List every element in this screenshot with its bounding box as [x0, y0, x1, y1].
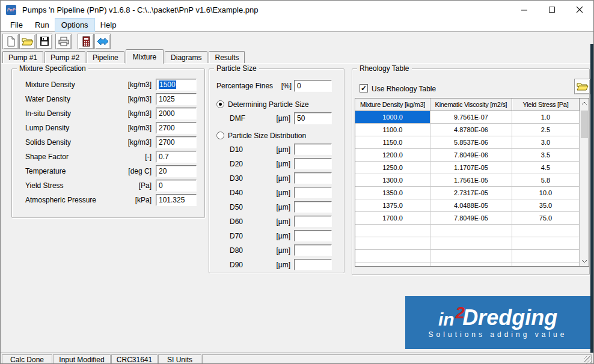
table-cell[interactable]: 1700.0 [355, 212, 430, 225]
use-rheology-table-checkbox[interactable]: ✓ [360, 84, 368, 93]
table-cell[interactable]: 3.0 [512, 136, 580, 149]
d30-input[interactable] [294, 172, 332, 184]
shape-factor-input[interactable]: 0.7 [156, 151, 197, 163]
percentage-fines-input[interactable]: 0 [294, 80, 332, 92]
logo-tagline: Solutions adding value [429, 330, 568, 339]
table-cell[interactable]: 7.8049E-06 [430, 149, 512, 162]
table-cell[interactable]: 4.0488E-05 [430, 199, 512, 212]
tab-diagrams[interactable]: Diagrams [165, 51, 207, 63]
tab-pump1[interactable]: Pump #1 [2, 51, 43, 63]
column-header[interactable]: Yield Stress [Pa] [512, 99, 580, 111]
d80-input[interactable] [294, 244, 332, 256]
d70-input[interactable] [294, 230, 332, 241]
new-file-button[interactable] [2, 34, 19, 49]
table-cell[interactable]: 1300.0 [355, 174, 430, 187]
d50-input[interactable] [294, 201, 332, 213]
column-header[interactable]: Kinematic Viscosity [m2/s] [430, 99, 512, 111]
menu-help[interactable]: Help [94, 19, 123, 31]
table-cell[interactable] [430, 237, 512, 250]
table-cell[interactable]: 3.5 [512, 149, 580, 162]
mixture-density-input[interactable]: 1500 [156, 79, 197, 91]
table-cell[interactable] [512, 250, 580, 262]
rheology-table-group: Rheology Table ✓ Use Rheology Table Mixt… [352, 68, 590, 275]
table-cell[interactable]: 5.8537E-06 [430, 136, 512, 149]
table-cell[interactable] [512, 237, 580, 250]
status-units: SI Units [158, 354, 201, 364]
d90-input[interactable] [294, 259, 332, 270]
menu-file[interactable]: File [4, 19, 29, 31]
print-button[interactable] [55, 34, 72, 49]
column-header[interactable]: Mixture Density [kg/m3] [355, 99, 430, 111]
yield-stress-input[interactable]: 0 [156, 180, 197, 192]
d40-input[interactable] [294, 187, 332, 198]
table-cell[interactable]: 5.8 [512, 174, 580, 187]
particle-size-distribution-radio[interactable] [216, 132, 224, 139]
close-button[interactable] [566, 1, 593, 19]
d20-input[interactable] [294, 158, 332, 169]
calculator-button[interactable] [78, 34, 94, 49]
table-cell[interactable] [430, 250, 512, 262]
table-cell[interactable]: 2.5 [512, 124, 580, 136]
table-cell[interactable]: 1.0 [512, 111, 580, 124]
table-cell[interactable]: 1.7561E-05 [430, 174, 512, 187]
table-cell[interactable] [512, 262, 580, 267]
maximize-button[interactable] [538, 1, 566, 19]
lump-density-input[interactable]: 2700 [156, 122, 197, 134]
tab-pipeline[interactable]: Pipeline [87, 51, 124, 63]
table-cell[interactable]: 1150.0 [355, 136, 430, 149]
table-cell[interactable]: 1200.0 [355, 149, 430, 162]
determining-particle-size-radio[interactable] [216, 100, 224, 108]
menu-run[interactable]: Run [29, 19, 55, 31]
table-row: 1300.0 1.7561E-05 5.8 [355, 174, 580, 187]
table-cell[interactable]: 9.7561E-07 [430, 111, 512, 124]
table-cell[interactable] [355, 237, 430, 250]
solids-density-input[interactable]: 2700 [156, 136, 197, 148]
scroll-up-button[interactable] [580, 99, 589, 108]
field-label: D20 [230, 160, 243, 169]
transfer-button[interactable] [94, 34, 111, 49]
table-cell[interactable] [430, 262, 512, 267]
open-file-button[interactable] [19, 34, 35, 49]
table-cell[interactable]: 1350.0 [355, 187, 430, 199]
minimize-icon [521, 6, 528, 13]
table-cell[interactable]: 2.7317E-05 [430, 187, 512, 199]
table-cell[interactable]: 1375.0 [355, 199, 430, 212]
d10-input[interactable] [294, 144, 332, 155]
table-scrollbar[interactable] [580, 99, 589, 266]
table-cell[interactable]: 35.0 [512, 199, 580, 212]
table-cell[interactable]: 1250.0 [355, 162, 430, 174]
table-cell[interactable]: 4.8780E-06 [430, 124, 512, 136]
load-rheology-table-button[interactable] [574, 79, 590, 94]
table-cell[interactable]: 7.8049E-05 [430, 212, 512, 225]
scrollbar-thumb[interactable] [581, 111, 588, 138]
app-icon: PnP [6, 5, 16, 15]
table-cell[interactable]: 4.5 [512, 162, 580, 174]
menu-options[interactable]: Options [55, 19, 94, 31]
table-cell[interactable]: 10.0 [512, 187, 580, 199]
tab-mixture[interactable]: Mixture [126, 49, 164, 64]
table-cell-selected[interactable]: 1000.0 [355, 111, 430, 124]
atmospheric-pressure-input[interactable]: 101.325 [156, 194, 197, 206]
table-cell[interactable] [512, 225, 580, 237]
table-cell[interactable]: 1.1707E-05 [430, 162, 512, 174]
field-unit: [µm] [259, 217, 290, 226]
in-situ-density-input[interactable]: 2000 [156, 108, 197, 120]
table-row: 1200.0 7.8049E-06 3.5 [355, 149, 580, 162]
dmf-input[interactable]: 50 [294, 112, 332, 124]
tab-pump2[interactable]: Pump #2 [44, 51, 85, 63]
field-unit: [%] [265, 82, 292, 91]
table-cell[interactable] [430, 225, 512, 237]
tab-results[interactable]: Results [209, 51, 245, 63]
d60-input[interactable] [294, 216, 332, 227]
scroll-down-button[interactable] [580, 256, 589, 266]
table-cell[interactable]: 1100.0 [355, 124, 430, 136]
temperature-input[interactable]: 20 [156, 165, 197, 177]
table-cell[interactable] [355, 262, 430, 267]
save-file-button[interactable] [36, 34, 52, 49]
water-density-input[interactable]: 1025 [156, 93, 197, 105]
table-cell[interactable]: 75.0 [512, 212, 580, 225]
table-cell[interactable] [355, 250, 430, 262]
minimize-button[interactable] [510, 1, 538, 19]
table-cell[interactable] [355, 225, 430, 237]
resize-grip[interactable] [584, 356, 592, 363]
